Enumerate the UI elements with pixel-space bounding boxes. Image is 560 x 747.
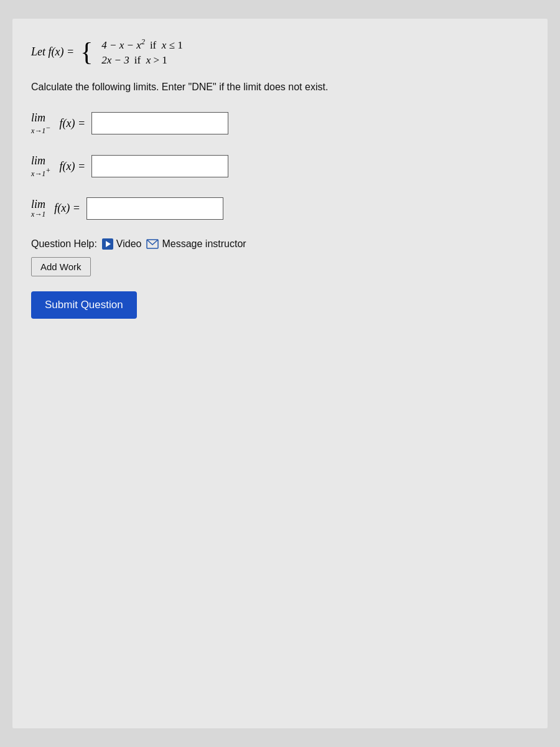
piecewise-row-2: 2x − 3 if x > 1 [101, 54, 182, 67]
lim-text-2: lim [31, 154, 45, 167]
message-label: Message instructor [162, 238, 246, 250]
play-icon [102, 238, 113, 250]
case2-expr: 2x − 3 [101, 54, 129, 67]
lim-text-3: lim [31, 198, 45, 211]
question-help-label: Question Help: [31, 238, 97, 250]
add-work-container: Add Work [31, 257, 529, 291]
fx-label-2: f(x) = [59, 160, 85, 173]
add-work-button[interactable]: Add Work [31, 257, 91, 276]
case2-condition: if x > 1 [134, 54, 167, 67]
limit-notation-2: lim x→1+ [31, 154, 50, 179]
lim-text-1: lim [31, 111, 45, 125]
limit-notation-3: lim x→1 [31, 198, 45, 219]
lim-sub-3: x→1 [31, 210, 45, 219]
lim-sub-2: x→1+ [31, 166, 50, 179]
limit-block-2: lim x→1+ f(x) = [31, 154, 529, 179]
video-label: Video [116, 238, 142, 250]
fx-label-3: f(x) = [54, 202, 80, 215]
piecewise-cases: 4 − x − x2 if x ≤ 1 2x − 3 if x > 1 [101, 37, 182, 67]
envelope-icon [146, 239, 159, 249]
video-button[interactable]: Video [102, 238, 142, 250]
play-triangle [106, 241, 111, 247]
limit-notation-1: lim x→1− [31, 111, 50, 136]
fx-label-1: f(x) = [59, 117, 85, 130]
limit-block-1: lim x→1− f(x) = [31, 111, 529, 136]
answer-input-1[interactable] [91, 112, 228, 134]
let-label: Let f(x) = [31, 45, 74, 59]
instructions: Calculate the following limits. Enter "D… [31, 82, 529, 93]
limit-block-3: lim x→1 f(x) = [31, 197, 529, 220]
answer-input-3[interactable] [86, 197, 223, 220]
submit-question-button[interactable]: Submit Question [31, 291, 137, 319]
lim-sub-1: x→1− [31, 123, 50, 136]
answer-input-2[interactable] [91, 155, 228, 177]
case1-condition: if x ≤ 1 [150, 39, 183, 52]
function-definition: Let f(x) = { 4 − x − x2 if x ≤ 1 2x − 3 … [31, 37, 529, 67]
case1-expr: 4 − x − x2 [101, 37, 145, 52]
piecewise-brace: { [80, 39, 93, 65]
page-container: Let f(x) = { 4 − x − x2 if x ≤ 1 2x − 3 … [12, 19, 548, 728]
question-help-row: Question Help: Video Message instructor [31, 238, 529, 250]
piecewise-row-1: 4 − x − x2 if x ≤ 1 [101, 37, 182, 52]
message-instructor-button[interactable]: Message instructor [146, 238, 246, 250]
